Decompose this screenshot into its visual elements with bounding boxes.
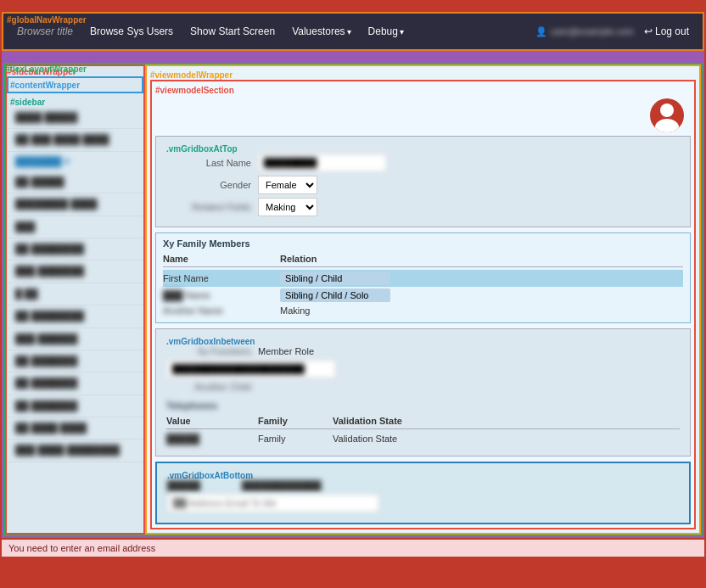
related-select[interactable]: Making <box>258 198 317 216</box>
sidebar-item-16[interactable]: ███ ████ ████████ <box>7 440 143 462</box>
bottom-col2: ████████████ <box>242 480 344 490</box>
validation-message-wrapper: You need to enter an email address <box>2 538 704 557</box>
vm-gridbox-inbetween: .vmGridboxInbetween Xy Functions Member … <box>155 328 691 456</box>
sidebar-item-11[interactable]: ███ ██████ <box>7 328 143 350</box>
family-members-section: Xy Family Members Name Relation First Na… <box>155 232 691 323</box>
tel-col-value: Value <box>166 416 251 426</box>
body-wrapper: #bodyWrapper #globalNavWrapper Browser t… <box>0 0 706 588</box>
nav-browse-sys-users[interactable]: Browse Sys Users <box>83 22 180 41</box>
viewmodel-section-label: #viewmodelSection <box>155 86 234 95</box>
inbetween-row-1 <box>166 360 680 378</box>
last-name-label: Last Name <box>166 158 251 168</box>
content-wrapper: #contentWrapper <box>7 76 143 93</box>
sidebar-item-5[interactable]: ████████ ████ <box>7 193 143 216</box>
tel-col-family: Family <box>258 416 326 426</box>
family-table-header: Name Relation <box>163 254 683 267</box>
tel-state-1: Validation State <box>333 434 417 444</box>
family-row-1[interactable]: First Name Sibling / Child <box>163 270 683 287</box>
logout-button[interactable]: ↩ Log out <box>637 22 696 41</box>
svg-point-1 <box>655 119 679 132</box>
content-wrapper-inner-label: #contentWrapper <box>10 81 80 90</box>
sidebar-wrapper: #sidebarWrapper #contentWrapper #sidebar… <box>5 64 145 535</box>
telephones-section: Telephones Value Family Validation State… <box>166 397 680 449</box>
sidebar-item-14[interactable]: ██ ███████ <box>7 395 143 417</box>
sidebar-label: #sidebar <box>7 96 48 109</box>
gender-select[interactable]: Female Male <box>258 176 317 194</box>
inbetween-child-label: Another Child <box>166 382 251 392</box>
flex-layout-wrapper: #flexLayoutWrapper #sidebarWrapper #cont… <box>3 63 703 536</box>
nav-user: 👤 user@example.com <box>535 26 634 37</box>
tel-value-1: █████ <box>166 434 251 444</box>
browser-title: Browser title <box>10 25 80 37</box>
viewmodel-wrapper-label: #viewmodelWrapper <box>150 70 233 80</box>
inbetween-title-row: Xy Functions Member Role <box>166 346 680 356</box>
family-row-3[interactable]: Another Name Making <box>163 304 683 317</box>
form-row-lastname: Last Name <box>166 154 680 172</box>
gender-label: Gender <box>166 180 251 190</box>
global-content-wrapper: #globalContentWrapper #flexLayoutWrapper… <box>2 51 704 538</box>
sidebar-item-2[interactable]: ██ ███ ████ ████ <box>7 129 143 151</box>
flex-layout-label: #flexLayoutWrapper <box>5 64 87 74</box>
bottom-row-1: █████ ████████████ <box>167 480 679 490</box>
nav-bar: Browser title Browse Sys Users Show Star… <box>3 14 703 49</box>
family-row-1-relation: Sibling / Child <box>280 272 390 285</box>
last-name-input[interactable] <box>258 154 387 172</box>
sidebar-item-8[interactable]: ███ ███████ <box>7 260 143 283</box>
family-row-2[interactable]: ███ Name Sibling / Child / Solo <box>163 287 683 304</box>
tel-row-1[interactable]: █████ Family Validation State <box>166 432 680 445</box>
family-row-2-relation: Sibling / Child / Solo <box>280 288 390 302</box>
nav-valuestores[interactable]: Valuestores <box>285 22 357 41</box>
member-role-label: Member Role <box>258 346 314 356</box>
form-row-gender: Gender Female Male <box>166 176 680 194</box>
inbetween-title: Xy Functions <box>166 346 251 356</box>
avatar <box>650 98 684 132</box>
gridbox-inbetween-label: .vmGridboxInbetween <box>166 337 255 346</box>
avatar-area <box>155 95 691 136</box>
telephones-title: Telephones <box>166 400 680 411</box>
bottom-email-row <box>167 494 679 512</box>
vm-gridbox-bottom: .vmGridboxAtBottom █████ ████████████ <box>155 462 691 524</box>
inbetween-row-2: Another Child <box>166 382 680 392</box>
validation-message: You need to enter an email address <box>8 543 155 553</box>
tel-family-1: Family <box>258 434 326 444</box>
gridbox-top-label: .vmGridboxAtTop <box>166 144 238 154</box>
inbetween-input-1[interactable] <box>166 360 336 378</box>
sidebar-item-7[interactable]: ██ ████████ <box>7 238 143 260</box>
sidebar-section-1[interactable]: ███████ ▾ <box>7 152 143 171</box>
related-fields-label: Related Fields <box>166 202 251 212</box>
email-field[interactable] <box>167 494 379 512</box>
gridbox-bottom-label: .vmGridboxAtBottom <box>167 471 253 480</box>
vm-gridbox-top: .vmGridboxAtTop Last Name Gender Female … <box>155 136 691 227</box>
tel-col-state: Validation State <box>333 416 417 426</box>
col-header-name: Name <box>163 254 273 264</box>
family-row-1-name: First Name <box>163 273 273 283</box>
col-header-relation: Relation <box>280 254 390 264</box>
viewmodel-section: #viewmodelSection .vmGridboxAtTop <box>150 80 696 529</box>
bottom-col1: █████ <box>167 480 235 490</box>
sidebar-item-9[interactable]: █ ██ <box>7 283 143 305</box>
nav-wrapper-label: #globalNavWrapper <box>3 14 90 26</box>
sidebar-item-10[interactable]: ██ ████████ <box>7 305 143 328</box>
sidebar-item-13[interactable]: ██ ███████ <box>7 372 143 395</box>
telephones-header: Value Family Validation State <box>166 416 680 429</box>
user-icon: 👤 <box>535 26 547 37</box>
logout-icon: ↩ <box>644 25 653 37</box>
sidebar-item-12[interactable]: ██ ███████ <box>7 350 143 372</box>
sidebar-item-4[interactable]: ██ █████ <box>7 171 143 193</box>
sidebar: #sidebar ████ █████ ██ ███ ████ ████ ███… <box>7 93 143 466</box>
nav-show-start-screen[interactable]: Show Start Screen <box>183 22 282 41</box>
family-row-3-relation: Making <box>280 305 390 316</box>
nav-debug[interactable]: Debug <box>361 22 411 41</box>
family-members-title: Xy Family Members <box>163 238 683 249</box>
sidebar-item-1[interactable]: ████ █████ <box>7 107 143 129</box>
sidebar-item-6[interactable]: ███ <box>7 216 143 238</box>
global-nav-wrapper: #globalNavWrapper Browser title Browse S… <box>2 12 704 51</box>
svg-point-0 <box>660 104 674 117</box>
family-row-3-name: Another Name <box>163 305 273 316</box>
user-email: user@example.com <box>551 26 634 36</box>
viewmodel-wrapper: #viewmodelWrapper #viewmodelSection <box>145 64 701 535</box>
sidebar-item-15[interactable]: ██ ████ ████ <box>7 417 143 440</box>
form-row-related: Related Fields Making <box>166 198 680 216</box>
family-row-2-name: ███ Name <box>163 290 273 300</box>
